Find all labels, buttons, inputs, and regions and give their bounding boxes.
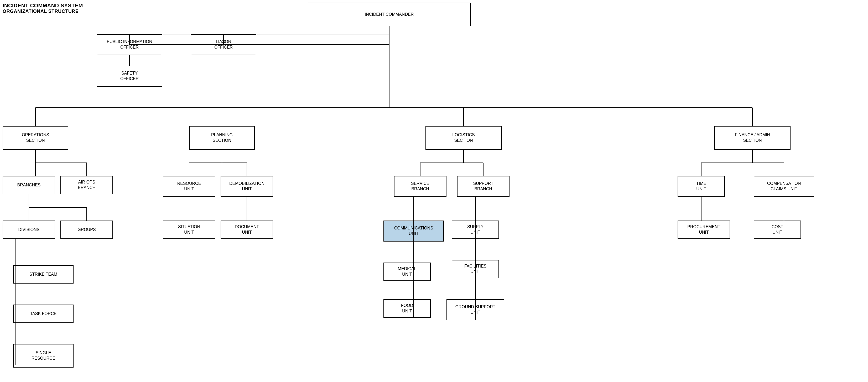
planning-section-box: PLANNINGSECTION bbox=[189, 126, 255, 150]
comp-claims-label: COMPENSATIONCLAIMS UNIT bbox=[767, 181, 801, 192]
finance-admin-section-box: FINANCE / ADMINSECTION bbox=[714, 126, 790, 150]
liason-label: LIASONOFFICER bbox=[214, 39, 233, 50]
task-force-box: TASK FORCE bbox=[13, 305, 73, 323]
finance-label: FINANCE / ADMINSECTION bbox=[735, 132, 770, 144]
ground-support-label: GROUND SUPPORTUNIT bbox=[456, 304, 496, 315]
logistics-label: LOGISTICSSECTION bbox=[452, 132, 474, 144]
title-line1: INCIDENT COMMAND SYSTEM bbox=[3, 3, 83, 9]
time-label: TIMEUNIT bbox=[696, 181, 706, 192]
public-info-label: PUBLIC INFORMATIONOFFICER bbox=[106, 39, 152, 50]
demobilization-unit-box: DEMOBILIZATIONUNIT bbox=[221, 176, 273, 197]
service-branch-box: SERVICEBRANCH bbox=[394, 176, 446, 197]
compensation-claims-unit-box: COMPENSATIONCLAIMS UNIT bbox=[754, 176, 814, 197]
time-unit-box: TIMEUNIT bbox=[678, 176, 725, 197]
situation-unit-box: SITUATIONUNIT bbox=[163, 221, 215, 239]
planning-label: PLANNINGSECTION bbox=[211, 132, 233, 144]
air-ops-label: AIR OPSBRANCH bbox=[78, 180, 96, 191]
support-label: SUPPORTBRANCH bbox=[473, 181, 493, 192]
communications-unit-box: COMMUNICATIONSUNIT bbox=[383, 221, 444, 242]
divisions-box: DIVISIONS bbox=[3, 221, 55, 239]
cost-label: COSTUNIT bbox=[772, 224, 783, 235]
groups-box: GROUPS bbox=[60, 221, 113, 239]
procurement-unit-box: PROCUREMENTUNIT bbox=[678, 221, 730, 239]
demob-label: DEMOBILIZATIONUNIT bbox=[229, 181, 265, 192]
single-resource-label: SINGLERESOURCE bbox=[32, 350, 55, 361]
title-line2: ORGANIZATIONAL STRUCTURE bbox=[3, 9, 83, 14]
resource-unit-box: RESOURCEUNIT bbox=[163, 176, 215, 197]
comms-label: COMMUNICATIONSUNIT bbox=[394, 225, 433, 236]
safety-officer-box: SAFETYOFFICER bbox=[97, 66, 162, 87]
medical-label: MEDICALUNIT bbox=[398, 266, 416, 277]
operations-section-box: OPERATIONSSECTION bbox=[3, 126, 68, 150]
safety-label: SAFETYOFFICER bbox=[120, 71, 139, 82]
medical-unit-box: MEDICALUNIT bbox=[383, 262, 431, 281]
air-ops-branch-box: AIR OPSBRANCH bbox=[60, 176, 113, 194]
single-resource-box: SINGLERESOURCE bbox=[13, 344, 73, 368]
supply-unit-box: SUPPLYUNIT bbox=[452, 221, 499, 239]
resource-unit-label: RESOURCEUNIT bbox=[177, 181, 201, 192]
strike-team-box: STRIKE TEAM bbox=[13, 265, 73, 284]
branches-box: BRANCHES bbox=[3, 176, 55, 194]
procurement-label: PROCUREMENTUNIT bbox=[687, 224, 720, 235]
document-label: DOCUMENTUNIT bbox=[235, 224, 259, 235]
ground-support-unit-box: GROUND SUPPORTUNIT bbox=[446, 299, 504, 320]
operations-label: OPERATIONSSECTION bbox=[22, 132, 49, 144]
public-info-officer-box: PUBLIC INFORMATIONOFFICER bbox=[97, 34, 162, 55]
title-block: INCIDENT COMMAND SYSTEM ORGANIZATIONAL S… bbox=[3, 3, 83, 14]
situation-label: SITUATIONUNIT bbox=[178, 224, 200, 235]
logistics-section-box: LOGISTICSSECTION bbox=[426, 126, 502, 150]
incident-commander-box: INCIDENT COMMANDER bbox=[308, 3, 471, 26]
document-unit-box: DOCUMENTUNIT bbox=[221, 221, 273, 239]
food-unit-box: FOODUNIT bbox=[383, 299, 431, 318]
supply-label: SUPPLYUNIT bbox=[467, 224, 484, 235]
support-branch-box: SUPPORTBRANCH bbox=[457, 176, 509, 197]
service-label: SERVICEBRANCH bbox=[411, 181, 429, 192]
liason-officer-box: LIASONOFFICER bbox=[191, 34, 256, 55]
facilities-unit-box: FACILITIESUNIT bbox=[452, 260, 499, 278]
facilities-label: FACILITIESUNIT bbox=[464, 263, 486, 275]
food-label: FOODUNIT bbox=[401, 303, 413, 314]
cost-unit-box: COSTUNIT bbox=[754, 221, 801, 239]
